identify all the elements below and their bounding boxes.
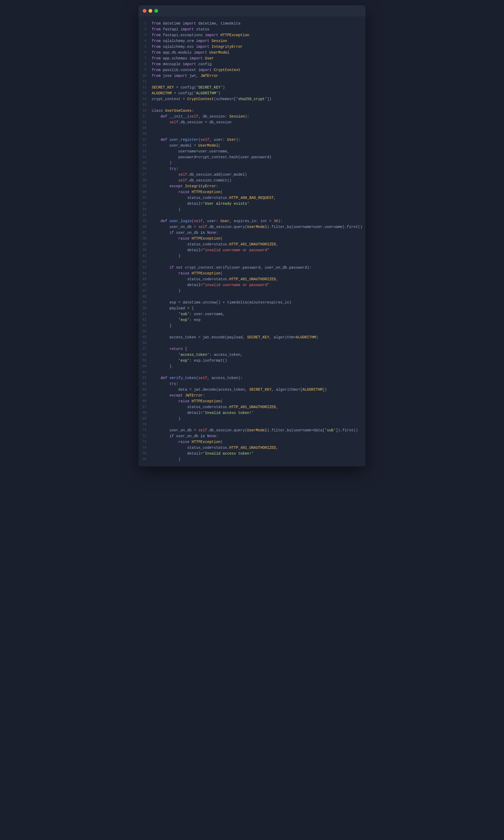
code-line: 51 'sub': user.username, — [139, 311, 365, 317]
code-line: 19 — [139, 125, 365, 131]
editor-window: 1 from datetime import datetime, timedel… — [139, 5, 365, 466]
code-line: 17 def __init__(self, db_session: Sessio… — [139, 114, 365, 119]
code-line: 48 — [139, 294, 365, 299]
code-line: 56 — [139, 340, 365, 346]
code-line: 10 from jose import jwt, JWTError — [139, 73, 365, 79]
code-line: 62 def verify_token(self, access_token): — [139, 375, 365, 381]
code-line: 60 } — [139, 363, 365, 369]
code-line: 15 — [139, 102, 365, 108]
code-line: 66 raise HTTPException( — [139, 398, 365, 404]
code-line: 71 user_on_db = self.db_session.query(Us… — [139, 427, 365, 433]
code-line: 68 detail='Invalid access token!' — [139, 410, 365, 416]
code-line: 32 detail='User already exists' — [139, 201, 365, 207]
code-line: 75 detail='Invalid access token!' — [139, 451, 365, 457]
maximize-button[interactable] — [155, 9, 158, 13]
code-line: 73 raise HTTPException( — [139, 439, 365, 445]
code-line: 52 'exp': exp — [139, 317, 365, 323]
code-line: 41 ) — [139, 253, 365, 259]
code-line: 13 ALGORITHM = config('ALGORITHM') — [139, 90, 365, 96]
minimize-button[interactable] — [148, 9, 152, 13]
code-line: 6 from app.db.models import UserModel — [139, 50, 365, 55]
code-line: 57 return { — [139, 346, 365, 352]
code-line: 8 from decouple import config — [139, 61, 365, 67]
code-line: 25 ) — [139, 160, 365, 166]
code-line: 44 raise HTTPException( — [139, 271, 365, 276]
close-button[interactable] — [143, 9, 146, 13]
code-line: 36 user_on_db = self.db_session.query(Us… — [139, 224, 365, 230]
code-line: 47 ) — [139, 288, 365, 294]
code-line: 20 — [139, 131, 365, 137]
code-line: 14 crypt_context = CryptContext(schemes=… — [139, 96, 365, 102]
code-line: 9 from passlib.context import CryptConte… — [139, 67, 365, 73]
code-line: 45 status_code=status.HTTP_401_UNAUTHORI… — [139, 276, 365, 282]
code-line: 67 status_code=status.HTTP_401_UNAUTHORI… — [139, 404, 365, 410]
code-line: 65 except JWTError: — [139, 393, 365, 398]
code-line: 18 self.db_session = db_session — [139, 119, 365, 125]
code-line: 54 — [139, 329, 365, 335]
code-line: 7 from app.schemas import User — [139, 55, 365, 61]
code-line: 3 from fastapi.exceptions import HTTPExc… — [139, 32, 365, 38]
code-line: 29 except IntegrityError: — [139, 183, 365, 189]
code-line: 59 'exp': exp.isoformat() — [139, 358, 365, 363]
code-line: 22 user_model = UserModel( — [139, 143, 365, 149]
code-line: 11 — [139, 79, 365, 85]
code-line: 40 detail="invalid username or password" — [139, 247, 365, 253]
code-line: 12 SECRET_KEY = config('SECRET_KEY') — [139, 85, 365, 90]
code-line: 50 payload = { — [139, 305, 365, 311]
code-line: 39 status_code=status.HTTP_401_UNAUTHORI… — [139, 241, 365, 247]
code-editor: 1 from datetime import datetime, timedel… — [139, 16, 365, 466]
code-line: 70 — [139, 422, 365, 427]
code-line: 74 status_code=status.HTTP_401_UNAUTHORI… — [139, 445, 365, 451]
code-line: 23 username=user.username, — [139, 149, 365, 154]
code-line: 26 try: — [139, 166, 365, 172]
code-line: 76 ) — [139, 457, 365, 462]
code-line: 28 self.db_session.commit() — [139, 177, 365, 183]
code-line: 27 self.db_session.add(user_model) — [139, 172, 365, 177]
code-line: 34 — [139, 212, 365, 218]
code-line: 33 ) — [139, 207, 365, 212]
code-line: 53 } — [139, 323, 365, 329]
code-line: 21 def user_register(self, user: User): — [139, 137, 365, 143]
titlebar — [139, 5, 365, 16]
code-line: 1 from datetime import datetime, timedel… — [139, 21, 365, 27]
code-line: 31 status_code=status.HTTP_400_BAD_REQUE… — [139, 195, 365, 201]
code-line: 55 access_token = jwt.encode(payload, SE… — [139, 335, 365, 340]
code-line: 35 def user_login(self, user: User, expi… — [139, 218, 365, 224]
code-line: 69 ) — [139, 416, 365, 422]
code-line: 4 from sqlalchemy.orm import Session — [139, 38, 365, 44]
code-line: 37 if user_on_db is None: — [139, 230, 365, 236]
code-line: 58 'access_token': access_token, — [139, 352, 365, 358]
code-line: 42 — [139, 259, 365, 265]
code-line: 2 from fastapi import status — [139, 27, 365, 32]
code-line: 72 if user_on_db is None: — [139, 433, 365, 439]
code-line: 61 — [139, 369, 365, 375]
code-line: 49 exp = datetime.utcnow() + timedelta(m… — [139, 299, 365, 305]
code-line: 16 class UserUseCases: — [139, 108, 365, 114]
code-line: 63 try: — [139, 381, 365, 387]
code-line: 38 raise HTTPException( — [139, 236, 365, 241]
code-line: 24 password=crypt_context.hash(user.pass… — [139, 154, 365, 160]
code-line: 46 detail="invalid username or password" — [139, 282, 365, 288]
code-line: 64 data = jwt.decode(access_token, SECRE… — [139, 387, 365, 393]
code-line: 5 from sqlalchemy.exc import IntegrityEr… — [139, 44, 365, 50]
code-line: 30 raise HTTPException( — [139, 189, 365, 195]
code-line: 43 if not crypt_context.verify(user.pass… — [139, 265, 365, 271]
